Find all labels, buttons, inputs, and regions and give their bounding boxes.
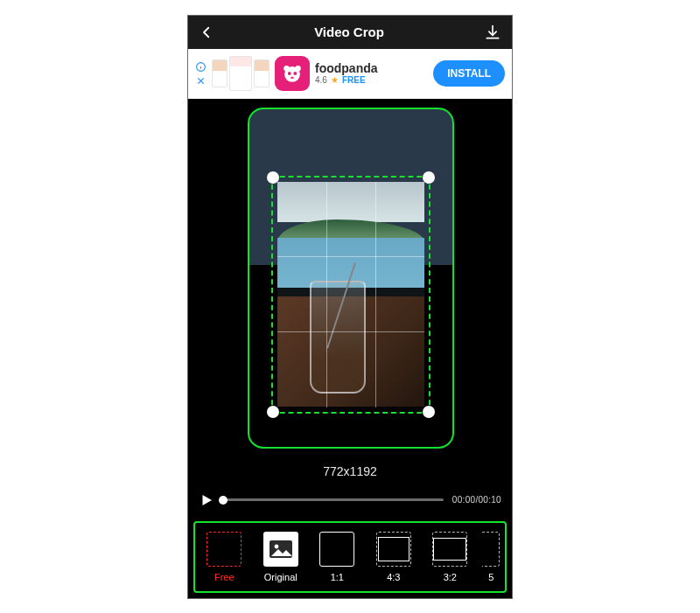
- svg-marker-11: [203, 495, 213, 505]
- back-button[interactable]: [199, 24, 214, 40]
- ad-rating: 4.6: [315, 75, 327, 85]
- free-ratio-icon: [206, 532, 242, 567]
- svg-point-13: [274, 544, 278, 548]
- grid-line: [277, 256, 424, 257]
- ad-thumb: [254, 59, 270, 87]
- chevron-left-icon: [199, 24, 214, 40]
- ad-disclosure[interactable]: [195, 61, 206, 86]
- image-icon: [263, 532, 298, 567]
- aspect-label: 4:3: [387, 572, 400, 582]
- aspect-option-original[interactable]: Original: [256, 532, 307, 582]
- install-button[interactable]: INSTALL: [433, 60, 505, 87]
- crop-handle-tl[interactable]: [267, 171, 279, 184]
- page-title: Video Crop: [314, 24, 384, 39]
- crop-handle-br[interactable]: [423, 406, 435, 418]
- aspect-option-free[interactable]: Free: [199, 532, 250, 582]
- ad-price: FREE: [342, 75, 366, 85]
- aspect-label: 1:1: [331, 572, 344, 582]
- svg-point-9: [293, 72, 297, 75]
- crop-selection[interactable]: [271, 176, 430, 414]
- close-ad-icon: [196, 76, 206, 86]
- grid-line: [375, 182, 376, 408]
- ad-thumb: [212, 59, 228, 87]
- aspect-option-next[interactable]: 5: [481, 532, 501, 582]
- aspect-option-4-3[interactable]: 4:3: [368, 532, 420, 582]
- video-canvas: 772x1192 00:00/00:10: [188, 99, 512, 515]
- play-icon: [199, 492, 214, 508]
- ad-thumb: [229, 56, 252, 91]
- ad-app-name: foodpanda: [315, 62, 428, 75]
- ratio-4-3-icon: [376, 532, 411, 567]
- header-bar: Video Crop: [188, 16, 512, 49]
- aspect-label: 3:2: [444, 572, 457, 582]
- ad-preview-thumbs: [212, 56, 270, 91]
- aspect-label: Free: [214, 572, 234, 582]
- export-button[interactable]: [484, 24, 501, 41]
- ratio-1-1-icon: [319, 532, 354, 567]
- ad-app-icon: [275, 56, 310, 91]
- aspect-option-3-2[interactable]: 3:2: [424, 532, 476, 582]
- ratio-3-2-icon: [432, 532, 467, 567]
- video-content: [277, 182, 424, 408]
- svg-point-8: [288, 72, 291, 75]
- seek-track[interactable]: [223, 498, 444, 501]
- svg-point-10: [290, 77, 294, 79]
- playback-bar: 00:00/00:10: [188, 485, 512, 515]
- grid-line: [326, 182, 327, 408]
- time-display: 00:00/00:10: [452, 495, 501, 505]
- aspect-label: Original: [264, 572, 298, 582]
- panda-icon: [281, 62, 304, 85]
- play-button[interactable]: [199, 492, 214, 508]
- crop-dimensions: 772x1192: [188, 464, 512, 478]
- aspect-label: 5: [488, 572, 494, 582]
- app-screen: Video Crop: [187, 15, 513, 599]
- seek-thumb[interactable]: [219, 496, 228, 505]
- info-icon: [195, 61, 206, 73]
- grid-line: [277, 331, 424, 332]
- aspect-option-1-1[interactable]: 1:1: [312, 532, 363, 582]
- svg-point-6: [284, 66, 290, 72]
- download-icon: [484, 24, 501, 41]
- ratio-next-icon: [482, 532, 500, 567]
- crop-handle-tr[interactable]: [423, 171, 435, 184]
- crop-handle-bl[interactable]: [267, 406, 279, 418]
- aspect-ratio-strip: Free Original 1:1 4:3 3:2: [193, 521, 507, 593]
- star-icon: ★: [331, 75, 339, 85]
- ad-banner: foodpanda 4.6 ★ FREE INSTALL: [188, 49, 512, 99]
- svg-point-7: [295, 66, 301, 72]
